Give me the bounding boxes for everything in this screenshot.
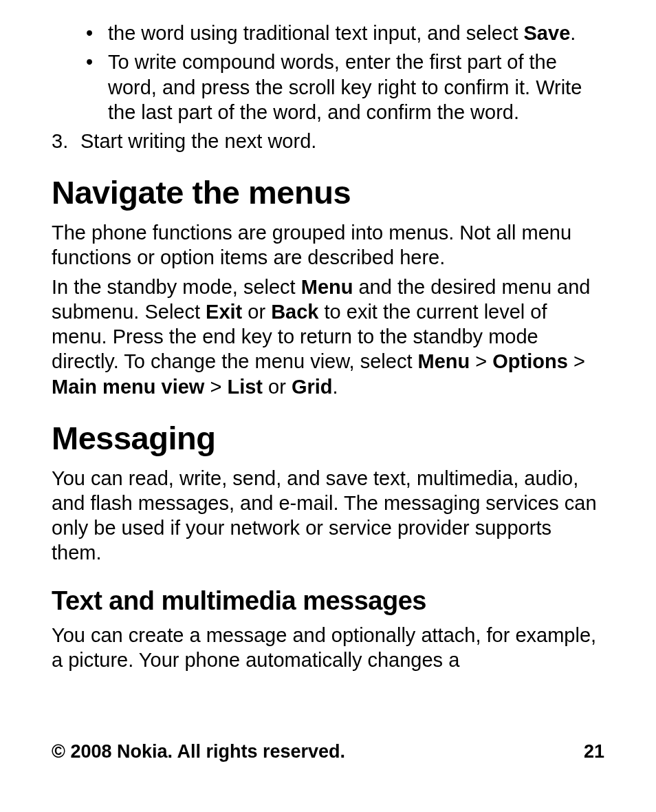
bold-text: List <box>227 376 263 398</box>
body-text: You can create a message and optionally … <box>52 624 596 671</box>
paragraph: You can read, write, send, and save text… <box>52 466 604 566</box>
bold-text: Grid <box>292 376 333 398</box>
body-text: Start writing the next word. <box>80 130 316 152</box>
bold-text: Menu <box>301 276 353 298</box>
bold-text: Main menu view <box>52 376 204 398</box>
body-text: You can read, write, send, and save text… <box>52 467 597 564</box>
paragraph: In the standby mode, select Menu and the… <box>52 275 604 399</box>
body-text: > <box>470 350 492 372</box>
bold-text: Exit <box>206 301 242 323</box>
body-text: . <box>570 22 576 44</box>
bold-text: Menu <box>418 350 470 372</box>
body-text: the word using traditional text input, a… <box>108 22 524 44</box>
body-text: > <box>204 376 227 398</box>
paragraph: The phone functions are grouped into men… <box>52 220 604 270</box>
heading-text-multimedia: Text and multimedia messages <box>52 585 604 618</box>
page-number: 21 <box>584 741 604 762</box>
bold-text: Save <box>524 22 571 44</box>
page-footer: © 2008 Nokia. All rights reserved. 21 <box>52 741 604 762</box>
numbered-step: 3. Start writing the next word. <box>52 129 604 153</box>
bold-text: Back <box>271 301 318 323</box>
heading-messaging: Messaging <box>52 418 604 459</box>
body-text: or <box>242 301 271 323</box>
bold-text: Options <box>492 350 568 372</box>
heading-navigate-menus: Navigate the menus <box>52 173 604 213</box>
body-text: To write compound words, enter the first… <box>108 51 582 123</box>
body-text: In the standby mode, select <box>52 276 301 298</box>
body-text: The phone functions are grouped into men… <box>52 222 571 268</box>
copyright-text: © 2008 Nokia. All rights reserved. <box>52 741 345 762</box>
page-content: the word using traditional text input, a… <box>52 21 604 673</box>
paragraph: You can create a message and optionally … <box>52 623 604 673</box>
bullet-item: To write compound words, enter the first… <box>80 50 604 125</box>
body-text: or <box>263 376 292 398</box>
body-text: > <box>568 350 585 372</box>
body-text: . <box>333 376 338 398</box>
step-number: 3. <box>52 129 68 153</box>
bullet-item: the word using traditional text input, a… <box>80 21 604 45</box>
